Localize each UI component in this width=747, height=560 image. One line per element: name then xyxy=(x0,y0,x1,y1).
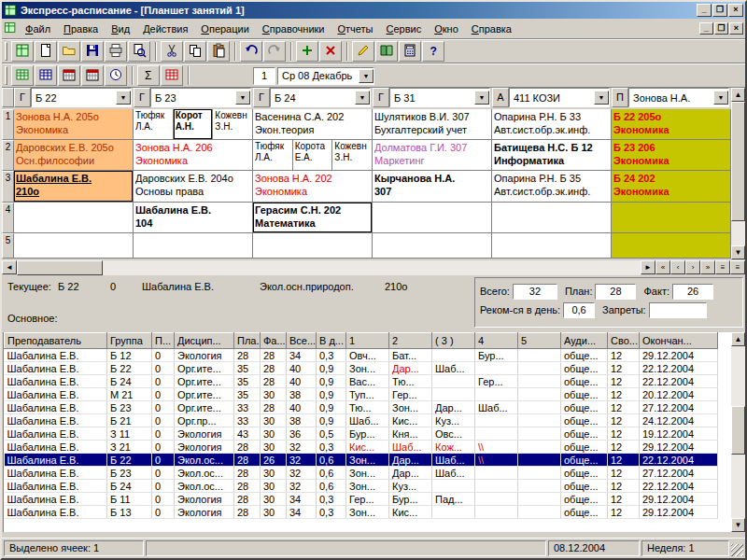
schedule-cell-r1-c3[interactable]: Васенина С.А. 202Экон.теория xyxy=(253,109,373,140)
table-cell[interactable]: Гер... xyxy=(346,493,389,506)
table-cell[interactable] xyxy=(518,427,561,441)
table-row-9[interactable]: Шабалина Е.В.Б 230Экол.ос...2830320,6Зон… xyxy=(5,467,718,480)
schedule-cell-r5-c6[interactable] xyxy=(612,233,731,259)
table-cell[interactable]: 29.12.2004 xyxy=(640,493,718,506)
menu-view[interactable]: Вид xyxy=(105,21,136,37)
table-cell[interactable]: 12 xyxy=(608,349,640,362)
table-cell[interactable]: Шабалина Е.В. xyxy=(5,362,107,375)
table-cell[interactable] xyxy=(475,480,518,493)
table-row-10[interactable]: Шабалина Е.В.Б 240Экол.ос...2830320,6Зон… xyxy=(5,480,718,493)
table-cell[interactable]: Зон... xyxy=(346,480,389,493)
table-header-13[interactable]: Ауди... xyxy=(561,333,608,349)
view-list-button[interactable]: ≡ xyxy=(715,260,730,274)
schedule-cell-r5-c2[interactable] xyxy=(134,233,253,259)
table-cell[interactable]: 22.12.2004 xyxy=(640,375,718,388)
table-row-12[interactable]: Шабалина Е.В.Б 130Экология2830340,3Зон..… xyxy=(5,506,718,519)
table-cell[interactable]: Шабалина Е.В. xyxy=(5,375,107,388)
table-cell[interactable]: Кис... xyxy=(346,441,389,454)
table-cell[interactable] xyxy=(475,362,518,375)
table-vertical-scrollbar[interactable]: ▲ ▼ xyxy=(731,332,745,532)
table-cell[interactable]: Шабалина Е.В. xyxy=(5,401,107,414)
schedule-subcell[interactable]: ТюфякЛ.А. xyxy=(253,140,293,170)
table-cell[interactable]: Гер... xyxy=(475,375,518,388)
table-cell[interactable]: Экология xyxy=(175,349,234,362)
table-header-0[interactable]: Преподаватель xyxy=(5,333,107,349)
column-selector-2[interactable]: Б 24▼ xyxy=(270,88,371,107)
table-cell[interactable]: Зон... xyxy=(346,506,389,519)
table-cell[interactable] xyxy=(518,454,561,467)
dropdown-arrow-icon[interactable]: ▼ xyxy=(355,91,370,105)
delete-row-button[interactable] xyxy=(319,41,342,62)
table-cell[interactable]: Бур... xyxy=(346,427,389,441)
table-cell[interactable]: 28 xyxy=(234,454,261,467)
table-cell[interactable]: Кис... xyxy=(389,506,432,519)
table-cell[interactable]: Кня... xyxy=(389,427,432,441)
table-cell[interactable]: 0 xyxy=(152,441,175,454)
column-type-button-1[interactable]: Г xyxy=(134,88,150,107)
toolbar-gripper[interactable] xyxy=(5,66,7,85)
table-cell[interactable]: Овч... xyxy=(346,349,389,362)
table-cell[interactable]: 30 xyxy=(261,414,287,427)
table-cell[interactable] xyxy=(518,349,561,362)
table-cell[interactable]: 0,9 xyxy=(317,414,346,427)
schedule-cell-r2-c6[interactable]: Б 23 206Экономика xyxy=(612,140,731,171)
table-cell[interactable] xyxy=(518,493,561,506)
table-cell[interactable]: 0 xyxy=(152,349,175,362)
table-cell[interactable]: Б 21 xyxy=(107,414,152,427)
scroll-thumb[interactable] xyxy=(731,406,745,455)
scroll-thumb[interactable] xyxy=(17,260,103,275)
table-cell[interactable] xyxy=(432,506,475,519)
table-cell[interactable]: Гер... xyxy=(389,388,432,401)
table-cell[interactable]: 19.12.2004 xyxy=(640,427,718,441)
schedule-cell-r3-c1[interactable]: Шабалина Е.В.210о xyxy=(14,171,134,203)
schedule-cell-r2-c3[interactable]: ТюфякЛ.А.КоротаЕ.А.КожевнЗ.Н. xyxy=(253,140,373,171)
table-cell[interactable]: 28 xyxy=(261,362,287,375)
table-cell[interactable]: 12 xyxy=(608,414,640,427)
table-cell[interactable]: Вас... xyxy=(346,375,389,388)
table-header-15[interactable]: Окончан... xyxy=(640,333,718,349)
column-type-button-5[interactable]: П xyxy=(612,88,628,107)
table-row-7[interactable]: Шабалина Е.В.З 210Экология2830320,3Кис..… xyxy=(5,441,718,454)
table-cell[interactable]: 28 xyxy=(234,506,261,519)
table-cell[interactable]: 28 xyxy=(261,401,287,414)
table-cell[interactable]: 34 xyxy=(287,506,317,519)
table-cell[interactable]: М 21 xyxy=(107,388,152,401)
table-cell[interactable]: З 21 xyxy=(107,441,152,454)
table-header-3[interactable]: Дисцип... xyxy=(175,333,234,349)
table-cell[interactable]: Шабалина Е.В. xyxy=(5,441,107,454)
table-cell[interactable] xyxy=(432,480,475,493)
schedule-cell-r3-c5[interactable]: Опарина Р.Н. Б 35Авт.сист.обр.эк.инф. xyxy=(492,171,612,203)
time-view-button[interactable] xyxy=(105,65,127,86)
table-cell[interactable]: Шабалина Е.В. xyxy=(5,427,107,441)
table-cell[interactable]: Орг.ите... xyxy=(175,362,234,375)
table-cell[interactable] xyxy=(518,467,561,480)
schedule-cell-r1-c6[interactable]: Б 22 205оЭкономика xyxy=(612,109,731,140)
table-cell[interactable]: 0,3 xyxy=(317,349,346,362)
table-cell[interactable]: обще... xyxy=(561,441,608,454)
table-cell[interactable]: обще... xyxy=(561,362,608,375)
table-row-5[interactable]: Шабалина Е.В.Б 210Орг.пр...3330380,9Шаб.… xyxy=(5,414,718,427)
scroll-down-icon[interactable]: ▼ xyxy=(731,245,745,259)
table-cell[interactable]: Б 23 xyxy=(107,467,152,480)
table-header-5[interactable]: Фа... xyxy=(261,333,287,349)
table-cell[interactable]: Шабалина Е.В. xyxy=(5,349,107,362)
table-cell[interactable]: 0 xyxy=(152,388,175,401)
table-row-11[interactable]: Шабалина Е.В.Б 110Экология2830340,3Гер..… xyxy=(5,493,718,506)
table-cell[interactable] xyxy=(475,467,518,480)
print-button[interactable] xyxy=(105,41,127,62)
table-cell[interactable]: Пад... xyxy=(432,493,475,506)
schedule-cell-r1-c1[interactable]: Зонова Н.А. 205оЭкономика xyxy=(14,109,134,140)
table-header-11[interactable]: 4 xyxy=(475,333,518,349)
column-selector-0[interactable]: Б 22▼ xyxy=(31,88,132,107)
dropdown-arrow-icon[interactable]: ▼ xyxy=(474,91,489,105)
table-cell[interactable]: обще... xyxy=(561,427,608,441)
table-row-3[interactable]: Шабалина Е.В.М 210Орг.ите...3530380,9Туп… xyxy=(5,388,718,401)
table-cell[interactable]: 0 xyxy=(152,506,175,519)
table-cell[interactable]: обще... xyxy=(561,375,608,388)
table-cell[interactable]: Бур... xyxy=(475,349,518,362)
table-cell[interactable]: Б 22 xyxy=(107,362,152,375)
row-number-4[interactable]: 4 xyxy=(2,203,14,233)
schedule-cell-r5-c5[interactable] xyxy=(492,233,612,259)
open-button[interactable] xyxy=(58,41,80,62)
table-cell[interactable]: 35 xyxy=(234,388,261,401)
